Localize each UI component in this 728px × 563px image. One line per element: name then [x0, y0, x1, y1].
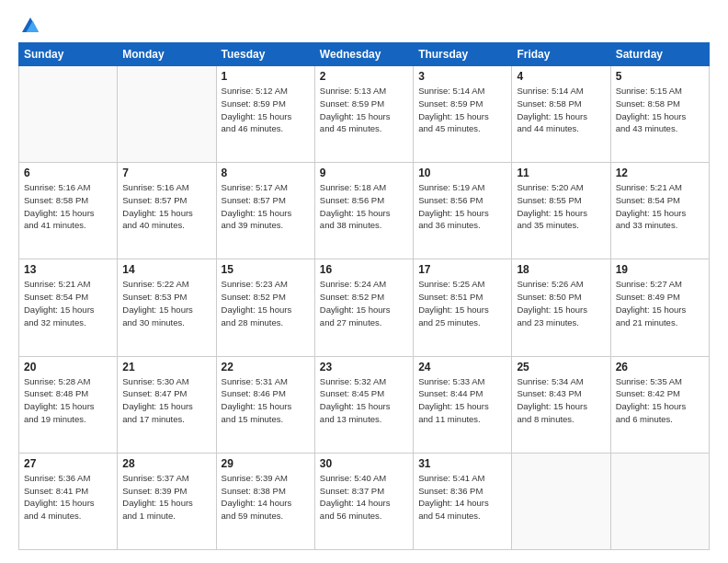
calendar-cell: 8Sunrise: 5:17 AM Sunset: 8:57 PM Daylig… — [216, 163, 314, 259]
calendar-cell: 30Sunrise: 5:40 AM Sunset: 8:37 PM Dayli… — [314, 453, 413, 549]
day-number: 15 — [222, 263, 310, 276]
day-info: Sunrise: 5:27 AM Sunset: 8:49 PM Dayligh… — [616, 278, 704, 328]
day-info: Sunrise: 5:33 AM Sunset: 8:44 PM Dayligh… — [418, 375, 506, 426]
day-number: 29 — [222, 457, 310, 470]
day-number: 24 — [418, 361, 506, 373]
day-number: 4 — [517, 70, 605, 83]
page: SundayMondayTuesdayWednesdayThursdayFrid… — [0, 0, 728, 563]
day-of-week-header: Saturday — [610, 43, 709, 66]
calendar-week-row: 27Sunrise: 5:36 AM Sunset: 8:41 PM Dayli… — [19, 453, 710, 549]
day-number: 5 — [616, 70, 704, 83]
day-number: 7 — [122, 167, 210, 179]
calendar-week-row: 6Sunrise: 5:16 AM Sunset: 8:58 PM Daylig… — [19, 163, 710, 259]
calendar-cell: 4Sunrise: 5:14 AM Sunset: 8:58 PM Daylig… — [512, 66, 610, 163]
calendar-cell: 22Sunrise: 5:31 AM Sunset: 8:46 PM Dayli… — [216, 356, 314, 453]
day-info: Sunrise: 5:32 AM Sunset: 8:45 PM Dayligh… — [320, 375, 408, 426]
day-number: 17 — [418, 263, 506, 276]
day-info: Sunrise: 5:26 AM Sunset: 8:50 PM Dayligh… — [517, 278, 605, 328]
day-info: Sunrise: 5:41 AM Sunset: 8:36 PM Dayligh… — [418, 472, 506, 523]
calendar-cell: 6Sunrise: 5:16 AM Sunset: 8:58 PM Daylig… — [19, 163, 118, 259]
day-number: 13 — [24, 263, 112, 276]
day-info: Sunrise: 5:14 AM Sunset: 8:59 PM Dayligh… — [418, 85, 506, 135]
day-number: 11 — [517, 167, 605, 179]
calendar-week-row: 1Sunrise: 5:12 AM Sunset: 8:59 PM Daylig… — [19, 66, 710, 163]
day-info: Sunrise: 5:22 AM Sunset: 8:53 PM Dayligh… — [122, 278, 210, 328]
day-info: Sunrise: 5:34 AM Sunset: 8:43 PM Dayligh… — [517, 375, 605, 426]
day-of-week-header: Monday — [118, 43, 216, 66]
day-info: Sunrise: 5:13 AM Sunset: 8:59 PM Dayligh… — [320, 85, 408, 135]
day-number: 18 — [517, 263, 605, 276]
calendar-cell: 15Sunrise: 5:23 AM Sunset: 8:52 PM Dayli… — [216, 259, 314, 356]
calendar-cell: 16Sunrise: 5:24 AM Sunset: 8:52 PM Dayli… — [314, 259, 413, 356]
day-info: Sunrise: 5:19 AM Sunset: 8:56 PM Dayligh… — [418, 181, 506, 232]
calendar-cell: 26Sunrise: 5:35 AM Sunset: 8:42 PM Dayli… — [610, 356, 709, 453]
calendar-cell: 11Sunrise: 5:20 AM Sunset: 8:55 PM Dayli… — [512, 163, 610, 259]
day-number: 16 — [320, 263, 408, 276]
day-info: Sunrise: 5:16 AM Sunset: 8:57 PM Dayligh… — [122, 181, 210, 232]
day-number: 21 — [122, 361, 210, 373]
day-number: 25 — [517, 361, 605, 373]
day-number: 28 — [122, 457, 210, 470]
day-info: Sunrise: 5:17 AM Sunset: 8:57 PM Dayligh… — [222, 181, 310, 232]
day-info: Sunrise: 5:25 AM Sunset: 8:51 PM Dayligh… — [418, 278, 506, 328]
calendar-cell: 2Sunrise: 5:13 AM Sunset: 8:59 PM Daylig… — [314, 66, 413, 163]
day-number: 30 — [320, 457, 408, 470]
day-number: 2 — [320, 70, 408, 83]
day-number: 26 — [616, 361, 704, 373]
day-info: Sunrise: 5:14 AM Sunset: 8:58 PM Dayligh… — [517, 85, 605, 135]
day-info: Sunrise: 5:16 AM Sunset: 8:58 PM Dayligh… — [24, 181, 112, 232]
day-info: Sunrise: 5:37 AM Sunset: 8:39 PM Dayligh… — [122, 472, 210, 523]
calendar-cell: 31Sunrise: 5:41 AM Sunset: 8:36 PM Dayli… — [414, 453, 512, 549]
day-number: 8 — [222, 167, 310, 179]
day-info: Sunrise: 5:24 AM Sunset: 8:52 PM Dayligh… — [320, 278, 408, 328]
calendar-week-row: 20Sunrise: 5:28 AM Sunset: 8:48 PM Dayli… — [19, 356, 710, 453]
calendar-cell: 21Sunrise: 5:30 AM Sunset: 8:47 PM Dayli… — [118, 356, 216, 453]
calendar-cell: 3Sunrise: 5:14 AM Sunset: 8:59 PM Daylig… — [414, 66, 512, 163]
day-number: 6 — [24, 167, 112, 179]
calendar-cell: 12Sunrise: 5:21 AM Sunset: 8:54 PM Dayli… — [610, 163, 709, 259]
calendar-cell: 19Sunrise: 5:27 AM Sunset: 8:49 PM Dayli… — [610, 259, 709, 356]
day-number: 20 — [24, 361, 112, 373]
day-info: Sunrise: 5:23 AM Sunset: 8:52 PM Dayligh… — [222, 278, 310, 328]
day-of-week-header: Sunday — [19, 43, 118, 66]
day-info: Sunrise: 5:39 AM Sunset: 8:38 PM Dayligh… — [222, 472, 310, 523]
calendar-cell: 27Sunrise: 5:36 AM Sunset: 8:41 PM Dayli… — [19, 453, 118, 549]
day-number: 9 — [320, 167, 408, 179]
day-info: Sunrise: 5:18 AM Sunset: 8:56 PM Dayligh… — [320, 181, 408, 232]
day-number: 12 — [616, 167, 704, 179]
calendar-cell: 1Sunrise: 5:12 AM Sunset: 8:59 PM Daylig… — [216, 66, 314, 163]
calendar-cell: 17Sunrise: 5:25 AM Sunset: 8:51 PM Dayli… — [414, 259, 512, 356]
day-number: 31 — [418, 457, 506, 470]
day-info: Sunrise: 5:36 AM Sunset: 8:41 PM Dayligh… — [24, 472, 112, 523]
calendar-cell: 13Sunrise: 5:21 AM Sunset: 8:54 PM Dayli… — [19, 259, 118, 356]
calendar-cell: 24Sunrise: 5:33 AM Sunset: 8:44 PM Dayli… — [414, 356, 512, 453]
day-info: Sunrise: 5:20 AM Sunset: 8:55 PM Dayligh… — [517, 181, 605, 232]
day-number: 19 — [616, 263, 704, 276]
day-number: 3 — [418, 70, 506, 83]
day-info: Sunrise: 5:40 AM Sunset: 8:37 PM Dayligh… — [320, 472, 408, 523]
day-of-week-header: Thursday — [414, 43, 512, 66]
calendar-cell: 28Sunrise: 5:37 AM Sunset: 8:39 PM Dayli… — [118, 453, 216, 549]
day-of-week-header: Wednesday — [314, 43, 413, 66]
calendar-cell — [118, 66, 216, 163]
calendar-cell: 29Sunrise: 5:39 AM Sunset: 8:38 PM Dayli… — [216, 453, 314, 549]
day-info: Sunrise: 5:35 AM Sunset: 8:42 PM Dayligh… — [616, 375, 704, 426]
calendar-cell: 10Sunrise: 5:19 AM Sunset: 8:56 PM Dayli… — [414, 163, 512, 259]
day-of-week-header: Friday — [512, 43, 610, 66]
calendar-table: SundayMondayTuesdayWednesdayThursdayFrid… — [18, 42, 710, 550]
calendar-cell: 14Sunrise: 5:22 AM Sunset: 8:53 PM Dayli… — [118, 259, 216, 356]
calendar-week-row: 13Sunrise: 5:21 AM Sunset: 8:54 PM Dayli… — [19, 259, 710, 356]
day-info: Sunrise: 5:12 AM Sunset: 8:59 PM Dayligh… — [222, 85, 310, 135]
day-info: Sunrise: 5:30 AM Sunset: 8:47 PM Dayligh… — [122, 375, 210, 426]
calendar-cell — [610, 453, 709, 549]
calendar-cell: 25Sunrise: 5:34 AM Sunset: 8:43 PM Dayli… — [512, 356, 610, 453]
day-number: 10 — [418, 167, 506, 179]
header — [18, 17, 710, 33]
day-info: Sunrise: 5:21 AM Sunset: 8:54 PM Dayligh… — [24, 278, 112, 328]
day-number: 14 — [122, 263, 210, 276]
day-info: Sunrise: 5:15 AM Sunset: 8:58 PM Dayligh… — [616, 85, 704, 135]
calendar-cell: 23Sunrise: 5:32 AM Sunset: 8:45 PM Dayli… — [314, 356, 413, 453]
calendar-cell: 9Sunrise: 5:18 AM Sunset: 8:56 PM Daylig… — [314, 163, 413, 259]
day-number: 22 — [222, 361, 310, 373]
calendar-cell: 20Sunrise: 5:28 AM Sunset: 8:48 PM Dayli… — [19, 356, 118, 453]
